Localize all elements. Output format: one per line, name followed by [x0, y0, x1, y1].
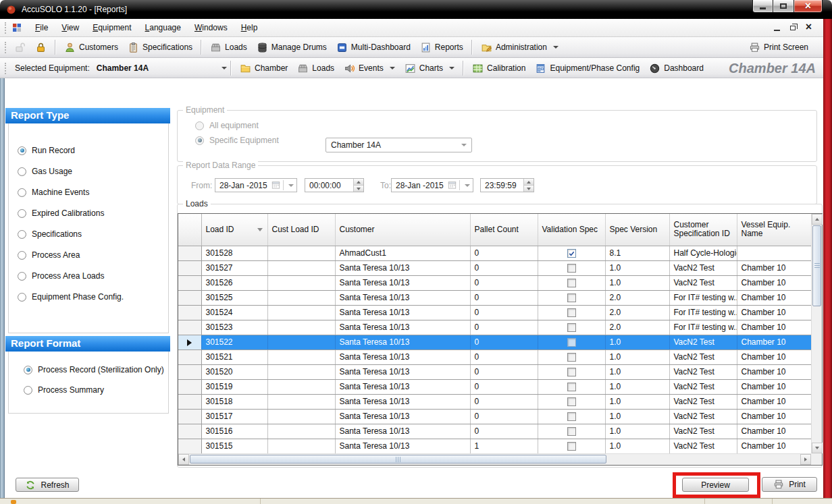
refresh-button[interactable]: Refresh: [16, 478, 79, 492]
column-header-customer[interactable]: Customer: [335, 214, 470, 246]
validation-spec-checkbox[interactable]: [567, 412, 576, 421]
table-row[interactable]: 301519Santa Teresa 10/1301.0VacN2 TestCh…: [178, 379, 811, 394]
validation-spec-checkbox[interactable]: [567, 264, 576, 273]
from-time-field[interactable]: 00:00:00: [305, 178, 364, 192]
column-header-cust-load-id[interactable]: Cust Load ID: [267, 214, 335, 246]
dashboard-button[interactable]: Dashboard: [645, 61, 708, 76]
table-row[interactable]: 301528AhmadCust108.1Half Cycle-Hologic: [178, 246, 811, 260]
scroll-right-button[interactable]: [800, 454, 811, 465]
menu-item-help[interactable]: Help: [234, 20, 265, 36]
events-button[interactable]: Events: [340, 61, 399, 76]
spinner-up-button[interactable]: [524, 179, 534, 185]
validation-spec-checkbox[interactable]: [567, 368, 576, 376]
validation-spec-checkbox[interactable]: [567, 279, 576, 287]
manage-drums-button[interactable]: Manage Drums: [253, 40, 331, 55]
validation-spec-checkbox[interactable]: [567, 383, 576, 391]
multi-dashboard-button[interactable]: Multi-Dashboard: [332, 40, 415, 55]
vertical-scrollbar[interactable]: [811, 214, 822, 453]
table-row[interactable]: 301515Santa Teresa 10/1311.0VacN2 TestCh…: [178, 439, 811, 453]
toolbar-grip[interactable]: [5, 63, 6, 74]
spinner-down-button[interactable]: [524, 185, 534, 192]
toolbar-grip[interactable]: [5, 22, 6, 34]
radio-run-record[interactable]: Run Record: [18, 146, 168, 155]
radio-all-equipment[interactable]: All equipment: [195, 121, 279, 130]
menu-item-file[interactable]: File: [28, 20, 55, 36]
scroll-down-button[interactable]: [812, 443, 823, 453]
loads-button[interactable]: Loads: [293, 61, 338, 76]
table-row[interactable]: 301521Santa Teresa 10/1301.0VacN2 TestCh…: [178, 349, 811, 364]
vertical-scroll-thumb[interactable]: [812, 225, 821, 306]
administration-button[interactable]: Administration: [477, 40, 563, 55]
validation-spec-checkbox[interactable]: [567, 353, 576, 362]
spinner-down-button[interactable]: [354, 185, 363, 192]
table-row[interactable]: 301526Santa Teresa 10/1301.0VacN2 TestCh…: [178, 275, 811, 290]
reports-button[interactable]: Reports: [416, 40, 467, 55]
column-header-spec-version[interactable]: Spec Version: [605, 214, 669, 246]
horizontal-scrollbar[interactable]: [178, 453, 811, 465]
charts-button[interactable]: Charts: [400, 61, 459, 76]
column-header-vessel-equip-name[interactable]: Vessel Equip. Name: [737, 214, 811, 246]
print-screen-button[interactable]: Print Screen: [745, 40, 812, 55]
chamber-button[interactable]: Chamber: [236, 61, 292, 76]
loads-button[interactable]: Loads: [206, 40, 251, 55]
validation-spec-checkbox[interactable]: [567, 323, 576, 332]
menu-item-view[interactable]: View: [55, 20, 86, 36]
to-date-field[interactable]: 28-Jan -2015: [391, 178, 473, 192]
table-row[interactable]: 301523Santa Teresa 10/1302.0For IT# test…: [178, 320, 811, 335]
lock-button[interactable]: [31, 40, 51, 55]
menu-item-equipment[interactable]: Equipment: [86, 20, 138, 36]
column-header-customer-specification-id[interactable]: Customer Specification ID: [669, 214, 737, 246]
toolbar-grip[interactable]: [5, 42, 6, 53]
radio-machine-events[interactable]: Machine Events: [18, 188, 168, 197]
table-row[interactable]: 301525Santa Teresa 10/1302.0For IT# test…: [178, 290, 811, 305]
menu-item-language[interactable]: Language: [138, 20, 188, 36]
selected-equipment-combo[interactable]: Selected Equipment: Chamber 14A: [9, 63, 227, 73]
minimize-button[interactable]: [752, 0, 773, 13]
column-header-validation-spec[interactable]: Validation Spec: [538, 214, 605, 246]
calibration-button[interactable]: Calibration: [468, 61, 529, 76]
radio-expired-calibrations[interactable]: Expired Calibrations: [18, 208, 168, 218]
table-row[interactable]: 301516Santa Teresa 10/1301.0VacN2 TestCh…: [178, 424, 811, 439]
scroll-up-button[interactable]: [812, 214, 823, 225]
close-button[interactable]: [794, 0, 823, 13]
radio-process-area-loads[interactable]: Process Area Loads: [18, 271, 168, 281]
radio-specific-equipment[interactable]: Specific Equipment: [195, 136, 279, 145]
print-button[interactable]: Print: [762, 477, 817, 492]
horizontal-scroll-thumb[interactable]: [190, 455, 606, 464]
mdi-close-button[interactable]: [806, 23, 812, 32]
table-row[interactable]: 301518Santa Teresa 10/1301.0VacN2 TestCh…: [178, 394, 811, 409]
validation-spec-checkbox[interactable]: [567, 293, 576, 302]
table-row[interactable]: 301522Santa Teresa 10/1301.0VacN2 TestCh…: [178, 335, 811, 349]
menu-item-windows[interactable]: Windows: [188, 20, 234, 36]
radio-equipment-phase-config[interactable]: Equipment Phase Config.: [18, 292, 168, 302]
column-header-pallet-count[interactable]: Pallet Count: [470, 214, 538, 246]
table-row[interactable]: 301524Santa Teresa 10/1302.0For IT# test…: [178, 305, 811, 320]
radio-gas-usage[interactable]: Gas Usage: [18, 167, 168, 176]
equipment-phase-config-button[interactable]: Equipment/Phase Config: [531, 61, 644, 76]
unlock-button[interactable]: [10, 40, 30, 55]
spinner-up-button[interactable]: [354, 179, 363, 185]
mdi-restore-button[interactable]: [790, 26, 796, 30]
equipment-combo[interactable]: Chamber 14A: [326, 138, 472, 152]
table-row[interactable]: 301527Santa Teresa 10/1301.0VacN2 TestCh…: [178, 260, 811, 275]
validation-spec-checkbox[interactable]: [567, 427, 576, 436]
validation-spec-checkbox[interactable]: [567, 249, 576, 258]
specifications-button[interactable]: Specifications: [124, 40, 197, 55]
radio-process-record-sterilization-only[interactable]: Process Record (Sterilization Only): [24, 365, 168, 374]
from-date-field[interactable]: 28-Jan -2015: [215, 178, 297, 192]
validation-spec-checkbox[interactable]: [567, 397, 576, 406]
table-row[interactable]: 301520Santa Teresa 10/1301.0VacN2 TestCh…: [178, 364, 811, 379]
mdi-minimize-button[interactable]: [774, 30, 780, 31]
customers-button[interactable]: Customers: [60, 40, 122, 55]
radio-process-area[interactable]: Process Area: [18, 250, 168, 260]
scroll-left-button[interactable]: [178, 454, 189, 465]
validation-spec-checkbox[interactable]: [567, 308, 576, 317]
radio-specifications[interactable]: Specifications: [18, 229, 168, 239]
radio-process-summary[interactable]: Process Summary: [24, 385, 168, 395]
column-header-load-id[interactable]: Load ID: [201, 214, 267, 246]
titlebar[interactable]: AccuSOLO 1.1.20 - [Reports]: [0, 0, 832, 19]
maximize-button[interactable]: [773, 0, 794, 13]
table-row[interactable]: 301517Santa Teresa 10/1301.0VacN2 TestCh…: [178, 409, 811, 424]
validation-spec-checkbox[interactable]: [567, 442, 576, 451]
validation-spec-checkbox[interactable]: [567, 338, 576, 347]
